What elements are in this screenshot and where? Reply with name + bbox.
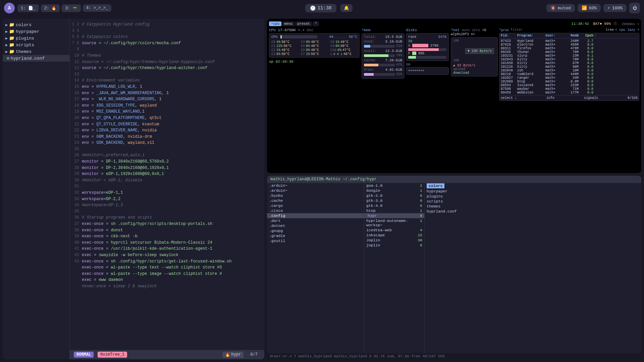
clock-widget[interactable]: 🕐 11:38	[305, 4, 336, 12]
term-mid-item-inkscape[interactable]: inkscape15	[364, 233, 424, 238]
term-left-item-.cisco[interactable]: .cisco	[267, 208, 364, 213]
ft-themes[interactable]: ▶ 📁 themes	[3, 48, 69, 55]
term-left-item-.config[interactable]: .config	[267, 213, 364, 218]
proc-row-102843[interactable]: 102843kittymath+78M0.0	[501, 58, 638, 61]
workspace-2[interactable]: 2: 🔥	[41, 4, 60, 12]
ft-hyprpaper[interactable]: ▶ 📁 hyprpaper	[3, 28, 69, 35]
proc-row-88554[interactable]: 88554Isolatedmath+233M0.0	[501, 83, 638, 87]
mem-used-bar-bg	[364, 45, 395, 48]
proc-row-87918[interactable]: 87918electronmath+456M0.0	[501, 43, 638, 47]
proc-row-101658[interactable]: 101658kittymath+87M0.0	[501, 61, 638, 65]
proc-hdr-scroll: ↑	[595, 34, 597, 38]
proc-tree-label: tree	[606, 28, 614, 32]
mem-used-label: Used:	[364, 40, 375, 44]
folder-icon: 📁	[9, 36, 14, 41]
term-left-item-.gnupg[interactable]: .gnupg	[267, 228, 364, 233]
proc-row-87589[interactable]: 87589waybarmath+71M0.0	[501, 87, 638, 91]
cpu-label: CPU i7-9750H 4.4 GHz	[269, 28, 360, 32]
terminal-left-col: .arduin~.arduin~.byobu.cache.cargo.cisco…	[267, 183, 364, 353]
term-mid-item-gtk-4.0[interactable]: gtk-4.06	[364, 203, 424, 208]
disk-root-label: root	[408, 35, 417, 39]
terminal-statusbar: drwxr-xr-x 7 mathis_hyprland mathis_hypr…	[267, 353, 641, 359]
term-mid-item-Joplin[interactable]: Joplin30	[364, 238, 424, 243]
ft-plugins[interactable]: ▶ 📁 plugins	[3, 35, 69, 42]
cpu-overall-pct: 4%	[329, 35, 333, 39]
term-right-item-colors[interactable]: colors	[425, 183, 641, 189]
core-C4: C40%48°C	[301, 40, 328, 44]
proc-row-102989[interactable]: 102989btopmath+8.0M0.0	[501, 80, 638, 83]
term-left-item-.arduin~[interactable]: .arduin~	[267, 188, 364, 193]
term-mid-item-goa-1.0[interactable]: goa-1.01	[364, 183, 424, 188]
term-left-item-.gsutil[interactable]: .gsutil	[267, 238, 364, 243]
proc-hdr-cpu: Cpu%	[580, 34, 593, 38]
mem-box: Total: 15.5 GiB Used: 3.19-GiB	[362, 33, 405, 79]
proc-info-label[interactable]: info	[546, 96, 554, 100]
app-logo[interactable]: A	[4, 3, 15, 13]
term-mid-item-gtk-2.0[interactable]: gtk-2.06	[364, 193, 424, 198]
term-left-item-.arduin~[interactable]: .arduin~	[267, 183, 364, 188]
volume-widget[interactable]: 📶 60%	[578, 4, 601, 12]
term-right-item-scripts[interactable]: scripts	[425, 199, 641, 204]
mem-used-pct: 21%	[396, 44, 402, 48]
folder-icon: 📁	[9, 22, 14, 27]
proc-row-101226[interactable]: 101226kittymath+98M0.0	[501, 65, 638, 69]
ft-scripts[interactable]: ▶ 📁 scripts	[3, 42, 69, 48]
term-mid-item-Google[interactable]: Google1	[364, 188, 424, 193]
terminal-panel: mathis_hyprland@LEGION-Mathis ~/.config/…	[267, 176, 641, 359]
workspace-3[interactable]: 3: 📟	[62, 4, 81, 12]
proc-row-102849[interactable]: 102849zshmath+10M0.0	[501, 69, 638, 72]
term-left-item-.cache[interactable]: .cache	[267, 198, 364, 203]
term-left-item-.dart[interactable]: .dart	[267, 218, 364, 223]
htop-tab-star[interactable]: *	[313, 21, 319, 26]
term-left-item-.dotnet[interactable]: .dotnet	[267, 223, 364, 228]
term-mid-item-hypr[interactable]: hypr6	[364, 213, 424, 218]
mem-free-val: 4.81-GiB	[385, 68, 402, 72]
proc-row-87423[interactable]: 87423Hyprlandmath+248M2.7	[501, 39, 638, 43]
proc-row-88210[interactable]: 88210tumblerdmath+446M0.0	[501, 72, 638, 76]
core-C6: C60%48°C	[301, 48, 328, 52]
proc-row-89459[interactable]: 89459WebExtenmath+177M0.0	[501, 91, 638, 95]
mem-avail-bar-bg	[364, 54, 395, 57]
proc-row-89265[interactable]: 89265thunarmath+76M0.0	[501, 50, 638, 54]
term-right-item-hyprpaper[interactable]: hyprpaper	[425, 189, 641, 194]
term-mid-item-gtk-3.0[interactable]: gtk-3.06	[364, 198, 424, 203]
ft-hyprland-conf[interactable]: ⚙ hyprland.conf	[3, 55, 69, 62]
term-left-item-.cargo[interactable]: .cargo	[267, 203, 364, 208]
htop-tab-preset[interactable]: preset	[295, 21, 312, 26]
proc-row-88311[interactable]: 88311firefoxmath+476M0.0	[501, 47, 638, 50]
term-mid-item-joplin[interactable]: joplin6	[364, 243, 424, 248]
ft-colors[interactable]: ▶ 📁 colors	[3, 21, 69, 28]
expand-icon: ▶	[5, 36, 8, 41]
disk-root-size: 347G	[438, 35, 446, 39]
htop-main-content: CPU i7-9750H 4.4 GHz CPU 4% ...... 56	[269, 28, 639, 170]
proc-signals-label[interactable]: signals	[584, 96, 598, 100]
disk-used-bar-fill	[408, 48, 439, 51]
notification-widget[interactable]: 🔔	[340, 4, 353, 12]
workspace-4[interactable]: 4: >_>_>_	[83, 4, 111, 12]
term-left-item-.byobu[interactable]: .byobu	[267, 193, 364, 198]
expand-icon: ▶	[5, 29, 8, 34]
battery-widget[interactable]: ⚡ 100%	[603, 4, 627, 12]
term-left-item-.gradle[interactable]: .gradle	[267, 233, 364, 238]
term-right-item-themes[interactable]: themes	[425, 204, 641, 209]
htop-tab-cpu[interactable]: ¹cpu	[269, 21, 281, 26]
term-right-item-hyprland.conf[interactable]: hyprland.conf	[425, 209, 641, 214]
workspace-1[interactable]: 1: 📄_	[17, 4, 39, 12]
power-button[interactable]: ⏻	[629, 3, 640, 13]
term-mid-item-icedtea-web[interactable]: icedtea-web4	[364, 228, 424, 233]
core-L: L0 0 146°C	[330, 52, 357, 56]
htop-tab-menu[interactable]: menu	[282, 21, 294, 26]
term-mid-item-hyprland-autoname-worksp~[interactable]: hyprland-autoname-worksp~1	[364, 218, 424, 228]
proc-row-102027[interactable]: 102027rangermath+34M0.0	[501, 76, 638, 80]
mem-free-bar-row: 31%	[364, 72, 402, 76]
cpu-overall-bar	[280, 35, 326, 39]
line-content[interactable]: # Catppuccin Hyprland config # Catppucci…	[82, 21, 264, 347]
term-right-item-plugins[interactable]: plugins	[425, 194, 641, 199]
cpu-freq: 4.4 GHz	[298, 28, 313, 32]
proc-select-label[interactable]: select ↓	[501, 96, 517, 100]
term-mid-item-htop[interactable]: htop1	[364, 208, 424, 213]
proc-hdr-prog: Program:	[517, 34, 544, 38]
proc-row-103231[interactable]: 103231slurpmath+23M0.1	[501, 54, 638, 58]
ft-colors-label: colors	[16, 22, 32, 27]
mute-widget[interactable]: 🔇 muted	[546, 4, 575, 12]
